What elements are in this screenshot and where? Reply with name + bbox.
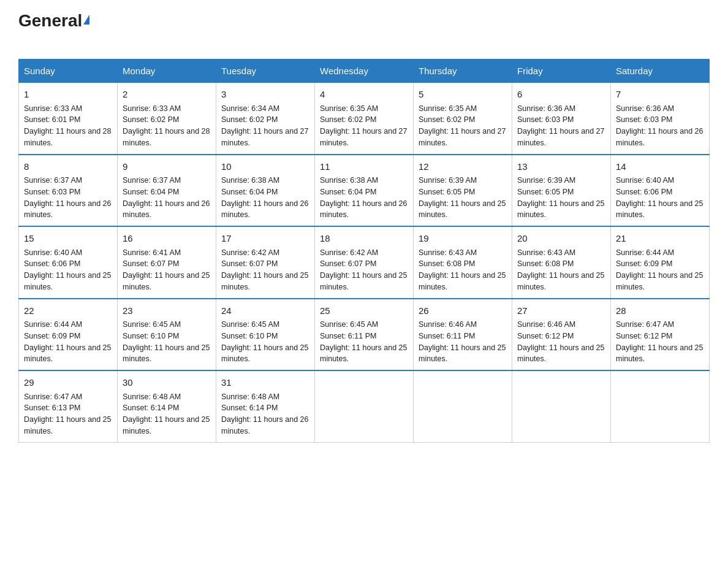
daylight-label: Daylight: 11 hours and 26 minutes. — [221, 199, 308, 220]
sunset-label: Sunset: 6:05 PM — [419, 188, 475, 196]
sunset-label: Sunset: 6:04 PM — [123, 188, 179, 196]
weekday-header-row: Sunday Monday Tuesday Wednesday Thursday… — [19, 59, 710, 83]
table-row: 13 Sunrise: 6:39 AM Sunset: 6:05 PM Dayl… — [512, 155, 611, 227]
daylight-label: Daylight: 11 hours and 25 minutes. — [419, 199, 506, 220]
table-row: 10 Sunrise: 6:38 AM Sunset: 6:04 PM Dayl… — [216, 155, 315, 227]
sunrise-label: Sunrise: 6:34 AM — [221, 104, 279, 113]
sunrise-label: Sunrise: 6:44 AM — [616, 248, 674, 257]
day-number: 29 — [24, 376, 112, 390]
sunrise-label: Sunrise: 6:39 AM — [419, 176, 477, 185]
day-number: 10 — [221, 160, 309, 174]
sunset-label: Sunset: 6:14 PM — [221, 404, 278, 412]
day-number: 25 — [320, 304, 408, 318]
day-number: 9 — [123, 160, 211, 174]
daylight-label: Daylight: 11 hours and 25 minutes. — [517, 271, 604, 291]
daylight-label: Daylight: 11 hours and 26 minutes. — [320, 199, 407, 220]
table-row: 30 Sunrise: 6:48 AM Sunset: 6:14 PM Dayl… — [118, 370, 216, 442]
calendar-week-row: 15 Sunrise: 6:40 AM Sunset: 6:06 PM Dayl… — [19, 226, 710, 299]
sunrise-label: Sunrise: 6:36 AM — [517, 104, 575, 113]
sunset-label: Sunset: 6:06 PM — [616, 188, 672, 196]
day-number: 12 — [419, 160, 507, 174]
sunrise-label: Sunrise: 6:35 AM — [320, 104, 378, 113]
sunrise-label: Sunrise: 6:46 AM — [419, 320, 477, 329]
table-row: 31 Sunrise: 6:48 AM Sunset: 6:14 PM Dayl… — [216, 370, 315, 442]
sunset-label: Sunset: 6:04 PM — [221, 188, 278, 196]
daylight-label: Daylight: 11 hours and 25 minutes. — [123, 343, 210, 364]
daylight-label: Daylight: 11 hours and 25 minutes. — [123, 271, 210, 291]
day-number: 13 — [517, 160, 605, 174]
sunrise-label: Sunrise: 6:45 AM — [221, 320, 279, 329]
table-row — [414, 370, 512, 442]
sunset-label: Sunset: 6:11 PM — [419, 332, 475, 340]
sunrise-label: Sunrise: 6:40 AM — [24, 248, 82, 257]
sunrise-label: Sunrise: 6:48 AM — [221, 393, 279, 401]
sunrise-label: Sunrise: 6:42 AM — [221, 248, 279, 257]
sunrise-label: Sunrise: 6:38 AM — [320, 176, 378, 185]
sunset-label: Sunset: 6:10 PM — [123, 332, 179, 340]
day-number: 20 — [517, 232, 605, 246]
daylight-label: Daylight: 11 hours and 25 minutes. — [221, 343, 308, 364]
sunset-label: Sunset: 6:04 PM — [320, 188, 376, 196]
daylight-label: Daylight: 11 hours and 25 minutes. — [24, 343, 111, 364]
day-number: 27 — [517, 304, 605, 318]
table-row: 24 Sunrise: 6:45 AM Sunset: 6:10 PM Dayl… — [216, 299, 315, 371]
header-sunday: Sunday — [19, 59, 118, 83]
daylight-label: Daylight: 11 hours and 26 minutes. — [616, 127, 703, 147]
table-row: 16 Sunrise: 6:41 AM Sunset: 6:07 PM Dayl… — [118, 226, 216, 299]
daylight-label: Daylight: 11 hours and 27 minutes. — [320, 127, 407, 147]
sunset-label: Sunset: 6:07 PM — [221, 259, 278, 268]
day-number: 14 — [616, 160, 704, 174]
table-row: 1 Sunrise: 6:33 AM Sunset: 6:01 PM Dayli… — [19, 83, 118, 155]
daylight-label: Daylight: 11 hours and 25 minutes. — [24, 415, 111, 435]
sunset-label: Sunset: 6:11 PM — [320, 332, 376, 340]
logo-triangle-icon — [83, 15, 89, 25]
daylight-label: Daylight: 11 hours and 27 minutes. — [517, 127, 604, 147]
day-number: 4 — [320, 88, 408, 102]
daylight-label: Daylight: 11 hours and 25 minutes. — [221, 271, 308, 291]
sunset-label: Sunset: 6:08 PM — [517, 259, 574, 268]
table-row: 4 Sunrise: 6:35 AM Sunset: 6:02 PM Dayli… — [315, 83, 414, 155]
day-number: 3 — [221, 88, 309, 102]
calendar-table: Sunday Monday Tuesday Wednesday Thursday… — [18, 59, 710, 443]
sunrise-label: Sunrise: 6:40 AM — [616, 176, 674, 185]
sunset-label: Sunset: 6:02 PM — [221, 115, 278, 124]
table-row — [512, 370, 611, 442]
table-row: 15 Sunrise: 6:40 AM Sunset: 6:06 PM Dayl… — [19, 226, 118, 299]
day-number: 15 — [24, 232, 112, 246]
table-row: 27 Sunrise: 6:46 AM Sunset: 6:12 PM Dayl… — [512, 299, 611, 371]
day-number: 24 — [221, 304, 309, 318]
sunset-label: Sunset: 6:01 PM — [24, 115, 80, 124]
sunset-label: Sunset: 6:07 PM — [320, 259, 376, 268]
logo: General — [18, 12, 89, 47]
sunrise-label: Sunrise: 6:47 AM — [24, 393, 82, 401]
sunset-label: Sunset: 6:03 PM — [24, 188, 80, 196]
daylight-label: Daylight: 11 hours and 25 minutes. — [616, 271, 703, 291]
sunset-label: Sunset: 6:13 PM — [24, 404, 80, 412]
table-row: 7 Sunrise: 6:36 AM Sunset: 6:03 PM Dayli… — [611, 83, 710, 155]
day-number: 30 — [123, 376, 211, 390]
table-row: 8 Sunrise: 6:37 AM Sunset: 6:03 PM Dayli… — [19, 155, 118, 227]
calendar-week-row: 29 Sunrise: 6:47 AM Sunset: 6:13 PM Dayl… — [19, 370, 710, 442]
table-row: 25 Sunrise: 6:45 AM Sunset: 6:11 PM Dayl… — [315, 299, 414, 371]
sunset-label: Sunset: 6:07 PM — [123, 259, 179, 268]
table-row: 5 Sunrise: 6:35 AM Sunset: 6:02 PM Dayli… — [414, 83, 512, 155]
daylight-label: Daylight: 11 hours and 26 minutes. — [221, 415, 308, 435]
day-number: 17 — [221, 232, 309, 246]
sunrise-label: Sunrise: 6:35 AM — [419, 104, 477, 113]
sunrise-label: Sunrise: 6:42 AM — [320, 248, 378, 257]
sunrise-label: Sunrise: 6:37 AM — [123, 176, 181, 185]
sunrise-label: Sunrise: 6:43 AM — [517, 248, 575, 257]
daylight-label: Daylight: 11 hours and 25 minutes. — [616, 199, 703, 220]
table-row: 22 Sunrise: 6:44 AM Sunset: 6:09 PM Dayl… — [19, 299, 118, 371]
calendar-week-row: 8 Sunrise: 6:37 AM Sunset: 6:03 PM Dayli… — [19, 155, 710, 227]
day-number: 28 — [616, 304, 704, 318]
sunset-label: Sunset: 6:02 PM — [419, 115, 475, 124]
daylight-label: Daylight: 11 hours and 25 minutes. — [24, 271, 111, 291]
day-number: 22 — [24, 304, 112, 318]
table-row: 2 Sunrise: 6:33 AM Sunset: 6:02 PM Dayli… — [118, 83, 216, 155]
daylight-label: Daylight: 11 hours and 26 minutes. — [123, 199, 210, 220]
sunrise-label: Sunrise: 6:36 AM — [616, 104, 674, 113]
day-number: 16 — [123, 232, 211, 246]
header-monday: Monday — [118, 59, 216, 83]
day-number: 18 — [320, 232, 408, 246]
